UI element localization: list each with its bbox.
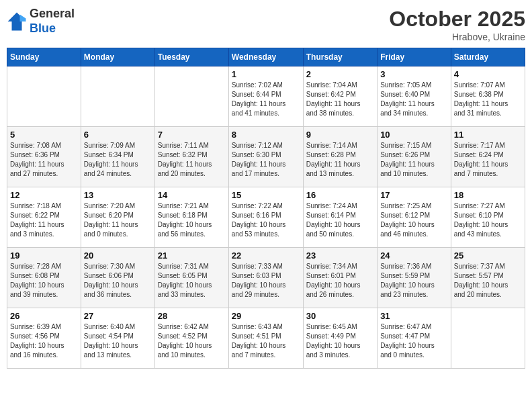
day-info: Sunrise: 7:05 AM Sunset: 6:40 PM Dayligh… bbox=[380, 81, 448, 118]
svg-marker-1 bbox=[20, 14, 26, 21]
calendar-week-row: 19Sunrise: 7:28 AM Sunset: 6:08 PM Dayli… bbox=[7, 248, 525, 308]
page-header: General Blue October 2025 Hrabove, Ukrai… bbox=[7, 7, 525, 42]
calendar-week-row: 1Sunrise: 7:02 AM Sunset: 6:44 PM Daylig… bbox=[7, 66, 525, 127]
day-number: 28 bbox=[158, 311, 226, 321]
logo-blue-text: Blue bbox=[30, 21, 75, 36]
day-number: 23 bbox=[306, 250, 374, 261]
calendar-cell: 30Sunrise: 6:45 AM Sunset: 4:49 PM Dayli… bbox=[303, 308, 377, 369]
day-info: Sunrise: 7:21 AM Sunset: 6:18 PM Dayligh… bbox=[158, 201, 226, 239]
calendar-cell: 7Sunrise: 7:11 AM Sunset: 6:32 PM Daylig… bbox=[154, 127, 228, 187]
calendar-cell: 15Sunrise: 7:22 AM Sunset: 6:16 PM Dayli… bbox=[228, 187, 303, 248]
day-number: 30 bbox=[306, 311, 374, 321]
calendar-cell: 5Sunrise: 7:08 AM Sunset: 6:36 PM Daylig… bbox=[7, 127, 81, 187]
location-subtitle: Hrabove, Ukraine bbox=[389, 32, 525, 42]
calendar-cell: 19Sunrise: 7:28 AM Sunset: 6:08 PM Dayli… bbox=[7, 248, 81, 308]
calendar-cell bbox=[81, 66, 154, 127]
day-number: 15 bbox=[232, 190, 300, 200]
day-number: 27 bbox=[84, 311, 152, 321]
day-number: 14 bbox=[158, 190, 226, 200]
day-info: Sunrise: 7:08 AM Sunset: 6:36 PM Dayligh… bbox=[10, 141, 78, 179]
logo-icon bbox=[7, 11, 27, 32]
day-info: Sunrise: 6:42 AM Sunset: 4:52 PM Dayligh… bbox=[158, 322, 226, 360]
month-title: October 2025 bbox=[389, 7, 525, 32]
calendar-cell: 31Sunrise: 6:47 AM Sunset: 4:47 PM Dayli… bbox=[378, 308, 451, 369]
day-info: Sunrise: 7:30 AM Sunset: 6:06 PM Dayligh… bbox=[84, 262, 152, 300]
calendar-cell: 6Sunrise: 7:09 AM Sunset: 6:34 PM Daylig… bbox=[81, 127, 154, 187]
calendar-cell: 23Sunrise: 7:34 AM Sunset: 6:01 PM Dayli… bbox=[303, 248, 377, 308]
calendar-cell: 9Sunrise: 7:14 AM Sunset: 6:28 PM Daylig… bbox=[303, 127, 377, 187]
day-of-week-header: Tuesday bbox=[154, 48, 228, 66]
day-info: Sunrise: 7:25 AM Sunset: 6:12 PM Dayligh… bbox=[380, 201, 448, 239]
day-number: 12 bbox=[10, 190, 78, 200]
day-info: Sunrise: 7:28 AM Sunset: 6:08 PM Dayligh… bbox=[10, 262, 78, 300]
day-of-week-header: Sunday bbox=[7, 48, 81, 66]
calendar-cell: 18Sunrise: 7:27 AM Sunset: 6:10 PM Dayli… bbox=[451, 187, 525, 248]
day-info: Sunrise: 7:15 AM Sunset: 6:26 PM Dayligh… bbox=[380, 141, 448, 179]
day-header-row: SundayMondayTuesdayWednesdayThursdayFrid… bbox=[7, 48, 525, 66]
day-number: 17 bbox=[380, 190, 448, 200]
day-info: Sunrise: 7:02 AM Sunset: 6:44 PM Dayligh… bbox=[232, 81, 300, 118]
day-info: Sunrise: 7:37 AM Sunset: 5:57 PM Dayligh… bbox=[454, 262, 522, 300]
logo-text: General Blue bbox=[30, 7, 75, 36]
day-info: Sunrise: 7:22 AM Sunset: 6:16 PM Dayligh… bbox=[232, 201, 300, 239]
day-number: 10 bbox=[380, 130, 448, 140]
day-number: 24 bbox=[380, 250, 448, 261]
calendar-cell: 22Sunrise: 7:33 AM Sunset: 6:03 PM Dayli… bbox=[228, 248, 303, 308]
day-number: 19 bbox=[10, 250, 78, 261]
day-number: 31 bbox=[380, 311, 448, 321]
calendar-body: 1Sunrise: 7:02 AM Sunset: 6:44 PM Daylig… bbox=[7, 66, 525, 369]
day-info: Sunrise: 7:07 AM Sunset: 6:38 PM Dayligh… bbox=[454, 81, 522, 118]
calendar-cell: 26Sunrise: 6:39 AM Sunset: 4:56 PM Dayli… bbox=[7, 308, 81, 369]
day-number: 2 bbox=[306, 69, 374, 79]
day-info: Sunrise: 7:18 AM Sunset: 6:22 PM Dayligh… bbox=[10, 201, 78, 239]
calendar-cell: 20Sunrise: 7:30 AM Sunset: 6:06 PM Dayli… bbox=[81, 248, 154, 308]
day-number: 3 bbox=[380, 69, 448, 79]
calendar-cell: 3Sunrise: 7:05 AM Sunset: 6:40 PM Daylig… bbox=[378, 66, 451, 127]
day-info: Sunrise: 6:39 AM Sunset: 4:56 PM Dayligh… bbox=[10, 322, 78, 360]
logo-general-text: General bbox=[30, 7, 75, 21]
calendar-cell: 21Sunrise: 7:31 AM Sunset: 6:05 PM Dayli… bbox=[154, 248, 228, 308]
day-number: 26 bbox=[10, 311, 78, 321]
calendar-cell: 8Sunrise: 7:12 AM Sunset: 6:30 PM Daylig… bbox=[228, 127, 303, 187]
day-of-week-header: Thursday bbox=[303, 48, 377, 66]
calendar-cell: 16Sunrise: 7:24 AM Sunset: 6:14 PM Dayli… bbox=[303, 187, 377, 248]
day-number: 4 bbox=[454, 69, 522, 79]
day-number: 21 bbox=[158, 250, 226, 261]
day-number: 11 bbox=[454, 130, 522, 140]
calendar-cell: 28Sunrise: 6:42 AM Sunset: 4:52 PM Dayli… bbox=[154, 308, 228, 369]
day-info: Sunrise: 7:11 AM Sunset: 6:32 PM Dayligh… bbox=[158, 141, 226, 179]
day-number: 29 bbox=[232, 311, 300, 321]
calendar-week-row: 26Sunrise: 6:39 AM Sunset: 4:56 PM Dayli… bbox=[7, 308, 525, 369]
day-number: 16 bbox=[306, 190, 374, 200]
calendar-week-row: 5Sunrise: 7:08 AM Sunset: 6:36 PM Daylig… bbox=[7, 127, 525, 187]
day-info: Sunrise: 7:36 AM Sunset: 5:59 PM Dayligh… bbox=[380, 262, 448, 300]
calendar-cell: 12Sunrise: 7:18 AM Sunset: 6:22 PM Dayli… bbox=[7, 187, 81, 248]
calendar-cell: 4Sunrise: 7:07 AM Sunset: 6:38 PM Daylig… bbox=[451, 66, 525, 127]
day-number: 22 bbox=[232, 250, 300, 261]
title-block: October 2025 Hrabove, Ukraine bbox=[389, 7, 525, 42]
day-number: 6 bbox=[84, 130, 152, 140]
day-number: 13 bbox=[84, 190, 152, 200]
day-info: Sunrise: 7:31 AM Sunset: 6:05 PM Dayligh… bbox=[158, 262, 226, 300]
calendar-cell bbox=[154, 66, 228, 127]
calendar-cell: 24Sunrise: 7:36 AM Sunset: 5:59 PM Dayli… bbox=[378, 248, 451, 308]
day-number: 25 bbox=[454, 250, 522, 261]
day-info: Sunrise: 7:09 AM Sunset: 6:34 PM Dayligh… bbox=[84, 141, 152, 179]
day-info: Sunrise: 7:20 AM Sunset: 6:20 PM Dayligh… bbox=[84, 201, 152, 239]
day-number: 20 bbox=[84, 250, 152, 261]
day-info: Sunrise: 7:34 AM Sunset: 6:01 PM Dayligh… bbox=[306, 262, 374, 300]
day-number: 5 bbox=[10, 130, 78, 140]
calendar-cell: 13Sunrise: 7:20 AM Sunset: 6:20 PM Dayli… bbox=[81, 187, 154, 248]
calendar-header: SundayMondayTuesdayWednesdayThursdayFrid… bbox=[7, 48, 525, 66]
day-info: Sunrise: 6:47 AM Sunset: 4:47 PM Dayligh… bbox=[380, 322, 448, 360]
day-of-week-header: Saturday bbox=[451, 48, 525, 66]
day-info: Sunrise: 7:17 AM Sunset: 6:24 PM Dayligh… bbox=[454, 141, 522, 179]
day-info: Sunrise: 7:24 AM Sunset: 6:14 PM Dayligh… bbox=[306, 201, 374, 239]
day-number: 18 bbox=[454, 190, 522, 200]
calendar-table: SundayMondayTuesdayWednesdayThursdayFrid… bbox=[7, 48, 525, 369]
calendar-cell: 14Sunrise: 7:21 AM Sunset: 6:18 PM Dayli… bbox=[154, 187, 228, 248]
calendar-cell: 27Sunrise: 6:40 AM Sunset: 4:54 PM Dayli… bbox=[81, 308, 154, 369]
calendar-cell bbox=[7, 66, 81, 127]
day-info: Sunrise: 6:45 AM Sunset: 4:49 PM Dayligh… bbox=[306, 322, 374, 360]
day-info: Sunrise: 7:27 AM Sunset: 6:10 PM Dayligh… bbox=[454, 201, 522, 239]
